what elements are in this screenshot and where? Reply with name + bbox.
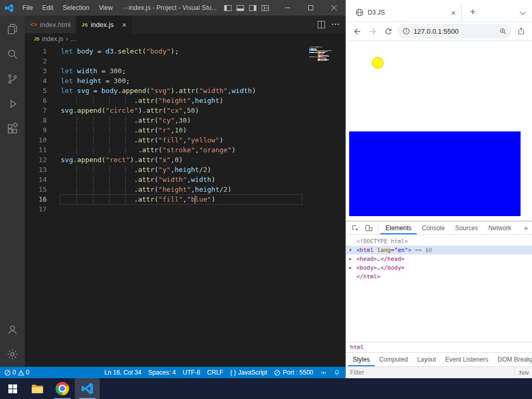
vscode-window: FileEditSelectionView··· index.js - Proj… [0, 0, 345, 378]
code-line-16[interactable]: .attr("fill","blue") [61, 194, 345, 204]
customize-layout-icon[interactable] [261, 4, 269, 12]
dom-node-0[interactable]: <!DOCTYPE html> [346, 237, 532, 246]
close-tab-icon[interactable]: × [450, 9, 457, 17]
menu-selection[interactable]: Selection [58, 0, 94, 16]
collapse-arrow-icon[interactable]: ▼ [349, 246, 352, 255]
code-line-14[interactable]: .attr("width",width) [61, 175, 345, 184]
menu-view[interactable]: View [94, 0, 117, 16]
breadcrumb-file[interactable]: index.js [42, 35, 63, 43]
devtools-tab-sources[interactable]: Sources [450, 221, 483, 234]
dom-tree[interactable]: <!DOCTYPE html>▼<html lang="en"> == $0▶<… [346, 235, 532, 342]
extensions-icon[interactable] [0, 116, 25, 141]
close-button[interactable] [322, 0, 345, 16]
site-info-icon[interactable] [403, 28, 410, 35]
more-tabs-icon[interactable]: » [524, 224, 532, 232]
split-editor-icon[interactable] [317, 21, 325, 29]
account-icon[interactable] [0, 317, 25, 342]
problems-status[interactable]: 0 0 [4, 369, 29, 376]
windows-taskbar [0, 378, 532, 399]
broadcast-icon[interactable] [320, 369, 327, 376]
styles-filter-input[interactable] [350, 369, 454, 376]
devtools-tab-network[interactable]: Network [483, 221, 516, 234]
menu-edit[interactable]: Edit [37, 0, 58, 16]
start-button[interactable] [0, 378, 25, 399]
code-line-3[interactable]: let width = 300; [61, 66, 345, 76]
toggle-panel-icon[interactable] [236, 4, 244, 12]
code-line-10[interactable]: .attr("fill","yellow") [61, 135, 345, 145]
line-number: 16 [25, 194, 47, 204]
menu-file[interactable]: File [18, 0, 37, 16]
url-text[interactable]: 127.0.0.1:5500 [414, 28, 496, 35]
code-line-5[interactable]: let svg = body.append("svg").attr("width… [61, 86, 345, 96]
maximize-button[interactable] [299, 0, 322, 16]
devtools-sidebar-tab-layout[interactable]: Layout [413, 353, 441, 366]
inspect-element-icon[interactable] [349, 221, 362, 234]
minimize-button[interactable] [275, 0, 299, 16]
breadcrumb[interactable]: JS index.js › … [25, 33, 345, 45]
editor-tab-index.html[interactable]: <>index.html [25, 16, 76, 33]
devtools-tab-console[interactable]: Console [417, 221, 450, 234]
file-explorer-icon[interactable] [25, 378, 50, 399]
eol-sequence[interactable]: CRLF [207, 369, 223, 376]
indentation[interactable]: Spaces: 4 [148, 369, 176, 376]
device-toolbar-icon[interactable] [362, 221, 376, 234]
devtools-sidebar-tab-dom-breakpoints[interactable]: DOM Breakpoints [493, 353, 532, 366]
share-icon[interactable] [515, 25, 527, 37]
expand-arrow-icon[interactable]: ▶ [349, 255, 352, 263]
more-actions-icon[interactable]: ··· [331, 20, 340, 29]
search-icon[interactable] [0, 42, 25, 66]
errors-icon [4, 369, 11, 376]
run-debug-icon[interactable] [0, 91, 25, 116]
breadcrumb-node[interactable]: html [350, 344, 364, 351]
close-tab-icon[interactable]: × [122, 21, 127, 29]
browser-toolbar: 127.0.0.1:5500 [346, 22, 532, 41]
devtools-tab-elements[interactable]: Elements [380, 221, 417, 234]
cursor-position[interactable]: Ln 16, Col 34 [104, 369, 141, 376]
code-line-17[interactable] [61, 204, 345, 214]
devtools-sidebar-tab-computed[interactable]: Computed [375, 353, 413, 366]
explorer-icon[interactable] [0, 17, 25, 42]
code-line-4[interactable]: let height = 300; [61, 76, 345, 86]
tab-search-chevron-icon[interactable] [520, 9, 525, 15]
language-mode[interactable]: { }JavaScript [230, 369, 267, 376]
toggle-secondary-sidebar-icon[interactable] [249, 4, 257, 12]
live-server-port[interactable]: Port : 5500 [274, 369, 313, 376]
expand-arrow-icon[interactable]: ▶ [349, 263, 352, 272]
notifications-bell-icon[interactable] [334, 369, 340, 376]
code-line-7[interactable]: svg.append("circle").attr("cx",50) [61, 105, 345, 115]
toggle-sidebar-icon[interactable] [224, 4, 232, 12]
code-line-9[interactable]: .attr("r",10) [61, 125, 345, 135]
code-line-8[interactable]: .attr("cy",30) [61, 115, 345, 125]
new-tab-button[interactable]: + [466, 5, 480, 19]
chrome-icon[interactable] [50, 378, 75, 399]
dom-node-3[interactable]: ▶<body>…</body> [346, 263, 532, 272]
minimap[interactable] [309, 47, 339, 62]
dom-node-1[interactable]: ▼<html lang="en"> == $0 [346, 246, 532, 255]
address-bar[interactable]: 127.0.0.1:5500 [397, 24, 512, 38]
pseudo-class-toggle[interactable]: :hov [514, 367, 532, 378]
forward-button[interactable] [366, 25, 379, 37]
browser-tab[interactable]: D3 JS × [351, 4, 462, 21]
code-lines[interactable]: let body = d3.select("body");let width =… [61, 46, 345, 367]
editor-tab-index.js[interactable]: JSindex.js× [76, 16, 131, 33]
code-editor[interactable]: 1234567891011121314151617 let body = d3.… [25, 45, 345, 367]
devtools-sidebar-tab-event-listeners[interactable]: Event Listeners [441, 353, 493, 366]
back-button[interactable] [351, 25, 363, 37]
code-line-15[interactable]: .attr("height",height/2) [61, 184, 345, 194]
dom-node-2[interactable]: ▶<head>…</head> [346, 255, 532, 263]
zoom-icon[interactable] [499, 28, 507, 35]
reload-button[interactable] [382, 25, 394, 37]
settings-gear-icon[interactable] [0, 342, 25, 367]
code-line-6[interactable]: .attr("height",height) [61, 96, 345, 105]
breadcrumb-symbol[interactable]: … [71, 35, 77, 43]
code-line-1[interactable]: let body = d3.select("body"); [61, 46, 345, 56]
dom-node-4[interactable]: </html> [346, 272, 532, 281]
devtools-sidebar-tab-styles[interactable]: Styles [348, 353, 375, 366]
code-line-12[interactable]: svg.append("rect").attr("x",0) [61, 155, 345, 165]
code-line-11[interactable]: .attr("stroke","orange") [61, 145, 345, 155]
code-line-13[interactable]: .attr("y",height/2) [61, 165, 345, 175]
source-control-icon[interactable] [0, 66, 25, 91]
encoding[interactable]: UTF-8 [183, 369, 201, 376]
vscode-taskbar-icon[interactable] [75, 378, 100, 399]
code-line-2[interactable] [61, 56, 345, 66]
